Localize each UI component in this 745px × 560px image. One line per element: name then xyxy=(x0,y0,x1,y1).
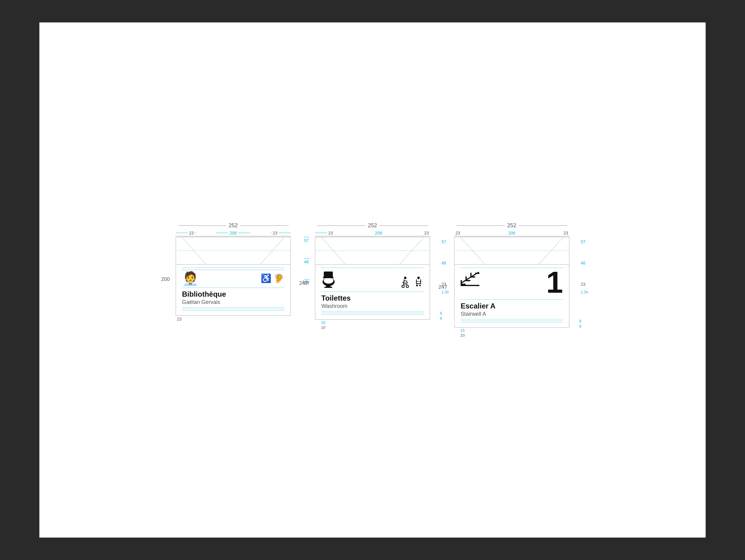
dim-1.3x-3: 1.3x xyxy=(581,290,588,294)
dim-bottom-10-2: 10 xyxy=(321,325,430,330)
svg-point-14 xyxy=(406,285,409,287)
dim-inner-right-2: 23 xyxy=(423,230,430,236)
svg-rect-9 xyxy=(323,276,333,278)
dim-right-46-1: 46 xyxy=(304,259,309,264)
dim-right-46-2: 46 xyxy=(441,260,446,266)
svg-point-15 xyxy=(417,277,420,279)
dim-right-bottom-6b: 6 xyxy=(440,316,442,321)
sign-escalier: 252 23 206 23 xyxy=(454,222,569,338)
dim-inner-right-1: 23 xyxy=(271,230,279,236)
dim-left-side-3: 247 xyxy=(439,284,447,290)
sign-primary-text-2: Toilettes xyxy=(321,293,424,303)
dim-right-bottom-6a: 6 xyxy=(440,311,442,315)
dim-bottom-15-3: 15 xyxy=(460,328,569,333)
dim-left-side-1: 200 xyxy=(161,276,170,282)
sign-card-toilettes: Toilettes Washroom xyxy=(315,237,430,320)
dim-right-57-2: 57 xyxy=(441,239,446,244)
svg-rect-22 xyxy=(461,284,465,285)
svg-rect-6 xyxy=(324,272,333,276)
sign-top-perspective-1 xyxy=(176,237,290,265)
svg-point-17 xyxy=(419,284,421,286)
sign-secondary-text-1: Gaétan Gervais xyxy=(182,299,284,306)
dim-right-46-3: 46 xyxy=(581,260,585,266)
dim-inner-center-2: 206 xyxy=(374,230,383,236)
dim-inner-left-1: 23 xyxy=(188,230,195,236)
sign-bibliotheque: 252 23 206 xyxy=(176,222,291,322)
icon-stairs xyxy=(461,272,480,288)
dim-bottom-23-1: 23 xyxy=(177,317,182,321)
svg-point-12 xyxy=(404,277,407,279)
icon-wheelchair-1: ♿ xyxy=(261,273,271,283)
dim-inner-center-1: 206 xyxy=(228,230,238,236)
page-canvas: 252 23 206 xyxy=(39,23,706,537)
dim-inner-left-2: 23 xyxy=(327,230,334,236)
sign-card-escalier: 1 Escalier A Stairwell A xyxy=(454,237,569,328)
dim-bottom-10-3: 10 xyxy=(460,333,569,338)
sign-secondary-text-2: Washroom xyxy=(321,303,424,310)
dim-left-side-2: 247 xyxy=(299,280,308,286)
dim-top-2: 252 xyxy=(365,222,380,229)
dim-right-23-3: 23 xyxy=(581,282,585,287)
sign-secondary-text-3: Stairwell A xyxy=(461,311,563,318)
dim-right-bottom-6c: 6 xyxy=(579,319,581,323)
icon-baby-change xyxy=(413,276,424,288)
svg-point-8 xyxy=(324,278,333,284)
signs-container: 252 23 206 xyxy=(176,222,569,338)
svg-rect-11 xyxy=(324,287,332,288)
sign-primary-text-1: Bibliothèque xyxy=(182,290,284,299)
sign-number-3: 1 xyxy=(546,269,563,296)
sign-top-perspective-2 xyxy=(315,237,430,265)
sign-top-perspective-3 xyxy=(455,237,569,265)
svg-point-13 xyxy=(402,285,404,287)
svg-rect-30 xyxy=(461,285,479,286)
sign-card-bibliotheque: 🧑‍💼 ♿ 🦻 Bibliothèque Gaétan Gervais xyxy=(176,237,291,316)
icon-toilet xyxy=(321,272,336,288)
dim-inner-left-3: 23 xyxy=(454,230,461,236)
dim-top-3: 252 xyxy=(505,222,519,229)
svg-point-16 xyxy=(416,284,418,286)
dim-inner-right-3: 23 xyxy=(562,230,569,236)
svg-line-29 xyxy=(461,272,479,283)
svg-rect-27 xyxy=(470,273,472,276)
dim-right-bottom-6d: 6 xyxy=(579,324,581,329)
icon-wheelchair-2 xyxy=(400,276,410,288)
sign-toilettes: 252 23 206 23 xyxy=(315,222,430,330)
sign-primary-text-3: Escalier A xyxy=(461,302,563,311)
dim-right-57-1: 57 xyxy=(304,238,309,243)
dim-1.3x-2: 1.3x xyxy=(441,290,449,294)
icon-person-reading: 🧑‍💼 xyxy=(182,272,199,285)
dim-right-57-3: 57 xyxy=(581,239,585,244)
dim-bottom-15-2: 15 xyxy=(321,320,430,325)
icon-ear-1: 🦻 xyxy=(274,273,284,283)
dim-inner-center-3: 206 xyxy=(507,230,516,236)
dim-top-1: 252 xyxy=(226,222,240,229)
